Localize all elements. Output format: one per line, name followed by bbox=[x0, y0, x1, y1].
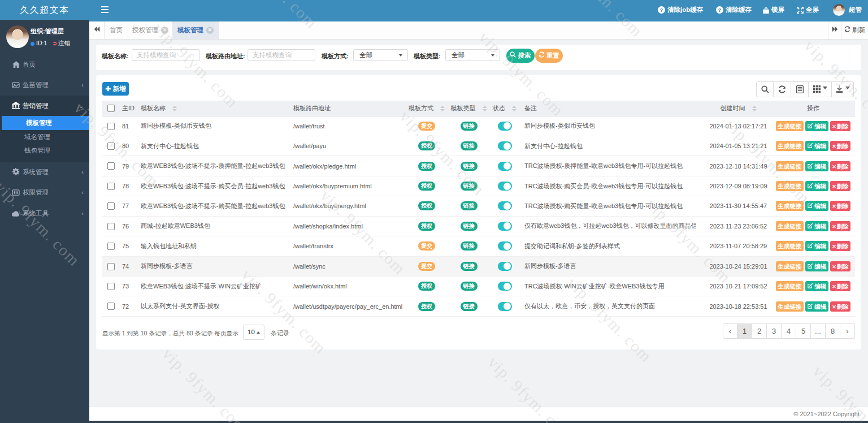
svg-text:?: ? bbox=[660, 7, 663, 13]
svg-text:?: ? bbox=[718, 7, 721, 13]
